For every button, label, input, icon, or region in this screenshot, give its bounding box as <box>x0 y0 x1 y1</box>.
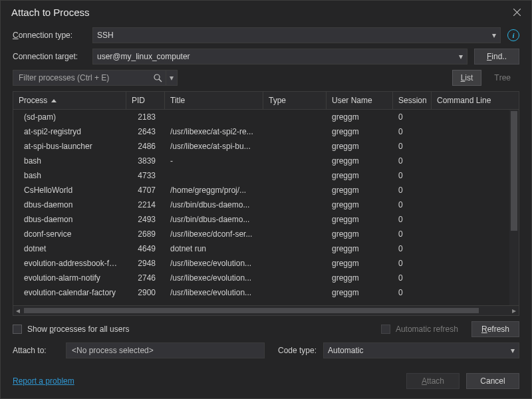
automatic-refresh-checkbox: Automatic refresh <box>381 325 458 334</box>
info-icon[interactable]: i <box>507 29 519 41</box>
cell-type <box>263 198 327 212</box>
table-row[interactable]: dotnet4649dotnet rungreggm0 <box>13 241 519 256</box>
list-view-toggle[interactable]: List <box>452 70 482 86</box>
search-icon[interactable] <box>150 70 166 85</box>
grid-body[interactable]: (sd-pam)2183greggm0at-spi2-registryd2643… <box>13 110 519 305</box>
code-type-label: Code type: <box>278 346 317 355</box>
sort-asc-icon <box>51 99 57 102</box>
col-pid[interactable]: PID <box>126 92 165 109</box>
cell-session: 0 <box>393 212 432 227</box>
vertical-scrollbar[interactable] <box>509 110 519 305</box>
cell-process: (sd-pam) <box>13 110 126 124</box>
cell-type <box>263 256 327 271</box>
cell-user: greggm <box>327 198 393 212</box>
cell-type <box>263 154 327 168</box>
cell-process: evolution-calendar-factory <box>13 285 126 300</box>
col-user[interactable]: User Name <box>327 92 393 109</box>
cell-pid: 2900 <box>126 285 165 300</box>
scrollbar-thumb[interactable] <box>511 111 517 231</box>
cell-cmd <box>432 271 519 285</box>
cell-pid: 2486 <box>126 139 165 154</box>
cell-pid: 3839 <box>126 154 165 168</box>
cell-process: dconf-service <box>13 227 126 241</box>
attach-to-field[interactable]: <No process selected> <box>66 342 265 358</box>
cell-title: - <box>165 154 263 168</box>
cancel-button[interactable]: Cancel <box>466 373 519 389</box>
find-button[interactable]: Find.. <box>474 49 519 65</box>
cell-session: 0 <box>393 241 432 256</box>
table-row[interactable]: at-spi2-registryd2643/usr/libexec/at-spi… <box>13 124 519 139</box>
cell-session: 0 <box>393 139 432 154</box>
scroll-left-icon[interactable]: ◂ <box>13 306 23 315</box>
cell-cmd <box>432 183 519 198</box>
cell-pid: 2948 <box>126 256 165 271</box>
cell-user: greggm <box>327 285 393 300</box>
cell-title: /usr/libexec/at-spi2-re... <box>165 124 263 139</box>
cell-session: 0 <box>393 154 432 168</box>
table-row[interactable]: evolution-addressbook-factory2948/usr/li… <box>13 256 519 271</box>
filter-dropdown-icon[interactable]: ▾ <box>166 70 177 85</box>
table-row[interactable]: bash3839-greggm0 <box>13 154 519 168</box>
cell-pid: 2214 <box>126 198 165 212</box>
table-row[interactable]: CsHelloWorld4707/home/greggm/proj/...gre… <box>13 183 519 198</box>
tree-view-toggle: Tree <box>485 70 519 86</box>
cell-pid: 2746 <box>126 271 165 285</box>
cell-type <box>263 241 327 256</box>
close-icon <box>513 9 521 16</box>
attach-to-row: Attach to: <No process selected> Code ty… <box>13 342 519 358</box>
table-row[interactable]: dbus-daemon2493/usr/bin/dbus-daemo...gre… <box>13 212 519 227</box>
cell-session: 0 <box>393 256 432 271</box>
grid-header: Process PID Title Type User Name Session… <box>13 92 519 110</box>
horizontal-scrollbar[interactable]: ◂ ▸ <box>13 305 519 315</box>
cell-title: /usr/libexec/evolution... <box>165 256 263 271</box>
scroll-right-icon[interactable]: ▸ <box>509 306 519 315</box>
attach-to-process-dialog: Attach to Process Connection type: SSH ▾… <box>0 0 532 399</box>
scrollbar-thumb[interactable] <box>24 308 479 313</box>
footer-buttons: Attach Cancel <box>406 373 519 389</box>
cell-type <box>263 212 327 227</box>
show-all-users-checkbox[interactable]: Show processes for all users <box>13 325 129 334</box>
report-problem-link[interactable]: Report a problem <box>13 376 74 386</box>
cell-process: evolution-alarm-notify <box>13 271 126 285</box>
col-type[interactable]: Type <box>263 92 327 109</box>
connection-target-combo[interactable]: user@my_linux_computer ▾ <box>92 49 467 65</box>
cell-user: greggm <box>327 124 393 139</box>
cell-title <box>165 168 263 183</box>
col-cmd[interactable]: Command Line <box>432 92 519 109</box>
cell-pid: 4707 <box>126 183 165 198</box>
svg-point-0 <box>154 74 160 80</box>
filter-input[interactable]: Filter processes (Ctrl + E) ▾ <box>13 70 178 86</box>
cell-process: bash <box>13 154 126 168</box>
cell-cmd <box>432 212 519 227</box>
table-row[interactable]: dbus-daemon2214/usr/bin/dbus-daemo...gre… <box>13 198 519 212</box>
cell-user: greggm <box>327 227 393 241</box>
cell-type <box>263 110 327 124</box>
connection-target-label: Connection target: <box>13 52 86 61</box>
table-row[interactable]: dconf-service2689/usr/libexec/dconf-ser.… <box>13 227 519 241</box>
cell-cmd <box>432 168 519 183</box>
cell-session: 0 <box>393 227 432 241</box>
cell-cmd <box>432 241 519 256</box>
table-row[interactable]: (sd-pam)2183greggm0 <box>13 110 519 124</box>
table-row[interactable]: evolution-alarm-notify2746/usr/libexec/e… <box>13 271 519 285</box>
refresh-button[interactable]: Refresh <box>471 321 519 337</box>
cell-session: 0 <box>393 168 432 183</box>
svg-line-1 <box>159 79 162 82</box>
cell-user: greggm <box>327 154 393 168</box>
cell-title: /usr/bin/dbus-daemo... <box>165 198 263 212</box>
table-row[interactable]: at-spi-bus-launcher2486/usr/libexec/at-s… <box>13 139 519 154</box>
col-session[interactable]: Session <box>393 92 432 109</box>
view-toggle: List Tree <box>452 70 519 86</box>
chevron-down-icon: ▾ <box>459 52 463 61</box>
connection-type-combo[interactable]: SSH ▾ <box>92 27 501 43</box>
col-title[interactable]: Title <box>165 92 263 109</box>
close-button[interactable] <box>507 3 526 21</box>
connection-target-value: user@my_linux_computer <box>97 52 190 61</box>
table-row[interactable]: bash4733greggm0 <box>13 168 519 183</box>
cell-process: bash <box>13 168 126 183</box>
cell-process: at-spi-bus-launcher <box>13 139 126 154</box>
col-process[interactable]: Process <box>13 92 126 109</box>
table-row[interactable]: evolution-calendar-factory2900/usr/libex… <box>13 285 519 300</box>
cell-cmd <box>432 139 519 154</box>
code-type-combo[interactable]: Automatic ▾ <box>323 342 519 358</box>
